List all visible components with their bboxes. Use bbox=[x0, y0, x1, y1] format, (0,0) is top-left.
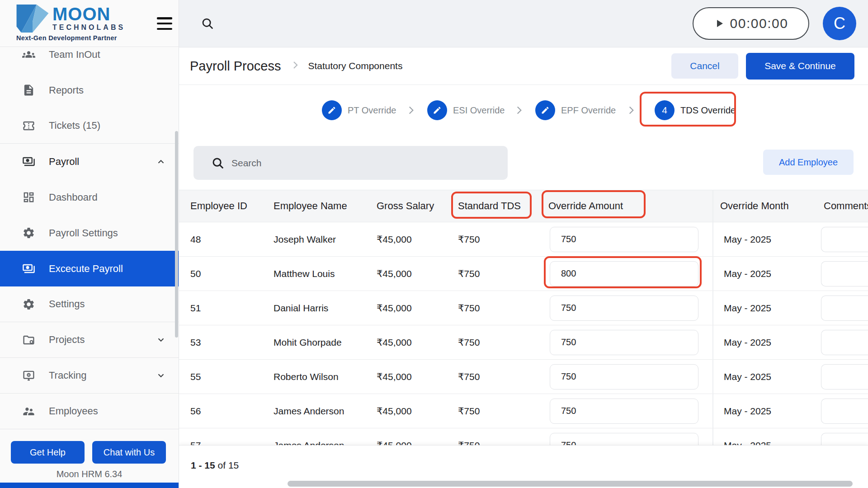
cell-gross-salary: ₹45,000 bbox=[371, 234, 448, 245]
table-header: Employee ID Employee Name Gross Salary S… bbox=[179, 190, 868, 222]
cell-gross-salary: ₹45,000 bbox=[371, 303, 448, 314]
employees-icon bbox=[22, 405, 35, 418]
step-tds-override[interactable]: 4 TDS Override bbox=[655, 85, 736, 136]
get-help-button[interactable]: Get Help bbox=[11, 441, 85, 464]
comment-input[interactable] bbox=[821, 399, 868, 424]
cell-employee-name: Danial Harris bbox=[262, 303, 371, 314]
step-esi-override[interactable]: ESI Override bbox=[427, 85, 505, 136]
sidebar-item-label: Payroll Settings bbox=[49, 227, 118, 239]
cell-employee-name: James Anderson bbox=[262, 406, 371, 417]
save-continue-button[interactable]: Save & Continue bbox=[746, 53, 854, 80]
sidebar-footer: Get Help Chat with Us Moon HRM 6.34 bbox=[0, 432, 179, 488]
sidebar-item-payroll-settings[interactable]: Payroll Settings bbox=[0, 215, 179, 251]
sidebar-item-label: Settings bbox=[49, 298, 85, 310]
comment-input[interactable] bbox=[821, 261, 868, 286]
sidebar-item-reports[interactable]: Reports bbox=[0, 72, 179, 108]
sidebar-item-label: Tickets (15) bbox=[49, 120, 100, 131]
add-employee-button[interactable]: Add Employee bbox=[763, 150, 854, 175]
timer-widget[interactable]: 00:00:00 bbox=[693, 7, 809, 40]
topbar: 00:00:00 C bbox=[179, 0, 868, 47]
table-row: 51 Danial Harris ₹45,000 ₹750 May - 2025 bbox=[179, 291, 868, 325]
user-avatar[interactable]: C bbox=[823, 7, 856, 40]
chevron-down-icon[interactable] bbox=[156, 371, 166, 380]
sidebar-item-employees[interactable]: Employees bbox=[0, 394, 179, 429]
brand-tagline: Next-Gen Development Partner bbox=[16, 34, 125, 42]
cell-employee-name: Joseph Walker bbox=[262, 234, 371, 245]
override-amount-input[interactable] bbox=[550, 261, 698, 286]
override-amount-input[interactable] bbox=[550, 227, 698, 252]
override-amount-input[interactable] bbox=[550, 296, 698, 321]
pagination-status: 1 - 15 of 15 bbox=[191, 460, 239, 471]
sidebar-item-projects[interactable]: Projects bbox=[0, 322, 179, 358]
chevron-right-icon bbox=[405, 104, 417, 116]
step-label: EPF Override bbox=[561, 105, 616, 116]
moon-technolabs-logo: MOON TECHNOLABS Next-Gen Development Par… bbox=[16, 5, 125, 42]
dashboard-icon bbox=[22, 191, 35, 204]
cell-override-month: May - 2025 bbox=[712, 234, 814, 245]
sidebar-item-label: Excecute Payroll bbox=[49, 263, 123, 275]
sidebar-item-label: Payroll bbox=[49, 156, 79, 168]
tracking-icon bbox=[22, 369, 35, 382]
comment-input[interactable] bbox=[821, 364, 868, 389]
sidebar-item-label: Dashboard bbox=[49, 192, 98, 203]
step-epf-override[interactable]: EPF Override bbox=[535, 85, 616, 136]
sidebar-item-settings[interactable]: Settings bbox=[0, 286, 179, 322]
chevron-up-icon[interactable] bbox=[156, 157, 166, 167]
chevron-down-icon[interactable] bbox=[156, 335, 166, 345]
override-amount-input[interactable] bbox=[550, 399, 698, 424]
horizontal-scrollbar[interactable] bbox=[288, 481, 853, 487]
column-header-employee-name: Employee Name bbox=[262, 200, 371, 212]
cell-employee-id: 48 bbox=[179, 234, 262, 245]
table-column-divider bbox=[712, 190, 713, 445]
cell-employee-id: 56 bbox=[179, 406, 262, 417]
cell-standard-tds: ₹750 bbox=[448, 337, 538, 348]
sidebar-item-tracking[interactable]: Tracking bbox=[0, 358, 179, 394]
step-label: TDS Override bbox=[680, 105, 736, 116]
column-header-standard-tds: Standard TDS bbox=[448, 200, 538, 212]
cell-standard-tds: ₹750 bbox=[448, 406, 538, 417]
cell-standard-tds: ₹750 bbox=[448, 371, 538, 382]
cell-employee-name: Roberto Wilson bbox=[262, 371, 371, 382]
comment-input[interactable] bbox=[821, 330, 868, 355]
cell-standard-tds: ₹750 bbox=[448, 303, 538, 314]
breadcrumb: Statutory Components bbox=[308, 61, 402, 71]
comment-input[interactable] bbox=[821, 227, 868, 252]
table-search[interactable] bbox=[193, 146, 508, 180]
app: MOON TECHNOLABS Next-Gen Development Par… bbox=[0, 0, 868, 488]
cell-gross-salary: ₹45,000 bbox=[371, 337, 448, 348]
sidebar-item-tickets[interactable]: Tickets (15) bbox=[0, 108, 179, 144]
table-row: 56 James Anderson ₹45,000 ₹750 May - 202… bbox=[179, 394, 868, 428]
team-inout-icon bbox=[22, 48, 35, 61]
play-icon[interactable] bbox=[714, 18, 725, 29]
chat-with-us-button[interactable]: Chat with Us bbox=[92, 441, 166, 464]
page-title: Payroll Process bbox=[190, 59, 281, 74]
sidebar-scrollbar[interactable] bbox=[175, 131, 178, 338]
brand-secondary: TECHNOLABS bbox=[52, 23, 125, 33]
hamburger-menu-icon[interactable] bbox=[157, 17, 172, 30]
step-label: PT Override bbox=[348, 105, 396, 116]
cell-standard-tds: ₹750 bbox=[448, 268, 538, 279]
override-amount-input[interactable] bbox=[550, 330, 698, 355]
step-pt-override[interactable]: PT Override bbox=[322, 85, 396, 136]
override-amount-input[interactable] bbox=[550, 364, 698, 389]
column-header-override-month: Override Month bbox=[712, 200, 814, 212]
cancel-button[interactable]: Cancel bbox=[671, 53, 738, 79]
sidebar-item-execute-payroll[interactable]: Excecute Payroll bbox=[0, 251, 179, 286]
search-icon[interactable] bbox=[201, 17, 214, 30]
comment-input[interactable] bbox=[821, 296, 868, 321]
table-row: 53 Mohit Ghorpade ₹45,000 ₹750 May - 202… bbox=[179, 325, 868, 360]
sidebar: MOON TECHNOLABS Next-Gen Development Par… bbox=[0, 0, 179, 488]
gear-icon bbox=[22, 298, 35, 311]
projects-icon bbox=[22, 333, 35, 347]
pencil-icon bbox=[322, 100, 342, 120]
cell-gross-salary: ₹45,000 bbox=[371, 268, 448, 279]
breadcrumb-chevron-icon bbox=[290, 60, 301, 72]
tickets-icon bbox=[22, 119, 35, 132]
gear-icon bbox=[22, 226, 35, 239]
page-header: Payroll Process Statutory Components Can… bbox=[179, 47, 868, 85]
search-input[interactable] bbox=[231, 146, 494, 180]
sidebar-item-dashboard[interactable]: Dashboard bbox=[0, 179, 179, 215]
cell-employee-name: Mohit Ghorpade bbox=[262, 337, 371, 348]
table-row: 48 Joseph Walker ₹45,000 ₹750 May - 2025 bbox=[179, 222, 868, 257]
sidebar-item-payroll[interactable]: Payroll bbox=[0, 144, 179, 179]
